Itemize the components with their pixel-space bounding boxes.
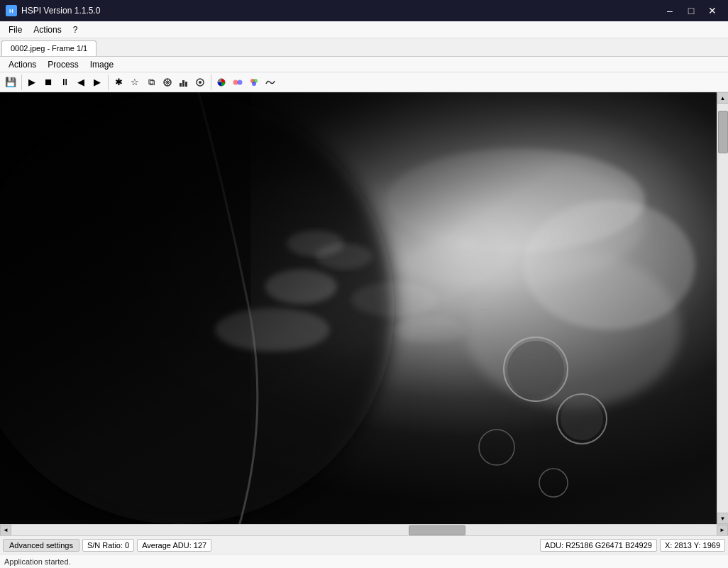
menu-file[interactable]: File: [3, 23, 28, 36]
svg-rect-3: [185, 82, 187, 87]
second-menu-process[interactable]: Process: [42, 58, 84, 71]
svg-point-31: [351, 283, 437, 317]
toolbar-wave-button[interactable]: [263, 75, 278, 90]
xy-coords-field: X: 2813 Y: 1969: [660, 539, 725, 552]
scroll-down-button[interactable]: ▼: [717, 513, 729, 524]
title-bar-left: H HSPI Version 1.1.5.0: [6, 5, 100, 16]
svg-point-8: [238, 80, 243, 84]
image-canvas[interactable]: [0, 92, 717, 524]
toolbar-stop-button[interactable]: ⏹: [40, 75, 56, 90]
scroll-up-button[interactable]: ▲: [717, 92, 729, 104]
toolbar-histogram-button[interactable]: [176, 75, 192, 90]
main-area: ▲ ▼: [0, 92, 728, 524]
toolbar-process1-button[interactable]: ✱: [111, 75, 126, 90]
scroll-thumb-vertical[interactable]: [718, 111, 728, 153]
app-status-bar: Application started.: [0, 554, 728, 568]
toolbar-section-color: [214, 75, 281, 90]
toolbar-star-button[interactable]: ☆: [127, 75, 143, 90]
svg-point-11: [252, 82, 256, 86]
toolbar-save-button[interactable]: 💾: [3, 75, 18, 90]
average-adu-field: Average ADU: 127: [137, 539, 211, 552]
toolbar-play-button[interactable]: ▶: [24, 75, 40, 90]
close-button[interactable]: ✕: [702, 3, 722, 18]
second-menu-actions[interactable]: Actions: [3, 58, 42, 71]
scroll-left-button[interactable]: ◄: [0, 525, 11, 536]
second-menu-bar: Actions Process Image: [0, 57, 728, 72]
toolbar-copy-button[interactable]: ⧉: [143, 75, 159, 90]
svg-point-5: [199, 81, 202, 84]
vertical-scrollbar[interactable]: ▲ ▼: [717, 92, 728, 524]
app-status-message: Application started.: [4, 557, 71, 566]
toolbar-color2-button[interactable]: [230, 75, 246, 90]
app-title: HSPI Version 1.1.5.0: [21, 6, 100, 16]
menu-help[interactable]: ?: [67, 23, 84, 36]
toolbar-section-playback: ▶ ⏹ ⏸ ◀ ▶: [24, 75, 109, 90]
app-icon: H: [6, 5, 17, 16]
sn-ratio-field: S/N Ratio: 0: [82, 539, 134, 552]
second-menu-image[interactable]: Image: [84, 58, 119, 71]
horizontal-scrollbar[interactable]: ◄ ►: [0, 524, 728, 535]
toolbar-next-button[interactable]: ▶: [89, 75, 105, 90]
tab-frame[interactable]: 0002.jpeg - Frame 1/1: [1, 40, 96, 56]
maximize-button[interactable]: □: [681, 3, 701, 18]
menu-actions[interactable]: Actions: [28, 23, 67, 36]
minimize-button[interactable]: –: [660, 3, 680, 18]
advanced-settings-button[interactable]: Advanced settings: [3, 539, 79, 552]
tab-label: 0002.jpeg - Frame 1/1: [11, 44, 87, 53]
adu-values-field: ADU: R25186 G26471 B24929: [540, 539, 657, 552]
toolbar-color1-button[interactable]: [214, 75, 229, 90]
menu-bar: File Actions ?: [0, 21, 728, 38]
toolbar-pause-button[interactable]: ⏸: [57, 75, 72, 90]
tab-bar: 0002.jpeg - Frame 1/1: [0, 38, 728, 57]
toolbar-section-process: ✱ ☆ ⧉: [111, 75, 211, 90]
moon-image: [0, 92, 717, 524]
toolbar-color3-button[interactable]: [246, 75, 262, 90]
status-bar: Advanced settings S/N Ratio: 0 Average A…: [0, 535, 728, 554]
toolbar-mask-button[interactable]: [192, 75, 208, 90]
title-bar: H HSPI Version 1.1.5.0 – □ ✕: [0, 0, 728, 21]
svg-rect-2: [182, 80, 184, 87]
toolbar-brightness-button[interactable]: [160, 75, 175, 90]
scroll-track-vertical[interactable]: [717, 104, 728, 513]
svg-point-7: [233, 80, 238, 84]
svg-point-33: [395, 317, 466, 342]
scroll-track-horizontal[interactable]: [11, 525, 717, 535]
svg-rect-1: [180, 83, 182, 87]
toolbar: 💾 ▶ ⏹ ⏸ ◀ ▶ ✱ ☆ ⧉: [0, 72, 728, 92]
toolbar-prev-button[interactable]: ◀: [73, 75, 89, 90]
window-controls: – □ ✕: [660, 3, 722, 18]
scroll-thumb-horizontal[interactable]: [409, 525, 465, 535]
svg-point-32: [315, 244, 373, 269]
toolbar-section-file: 💾: [3, 75, 22, 90]
scroll-right-button[interactable]: ►: [717, 525, 728, 536]
